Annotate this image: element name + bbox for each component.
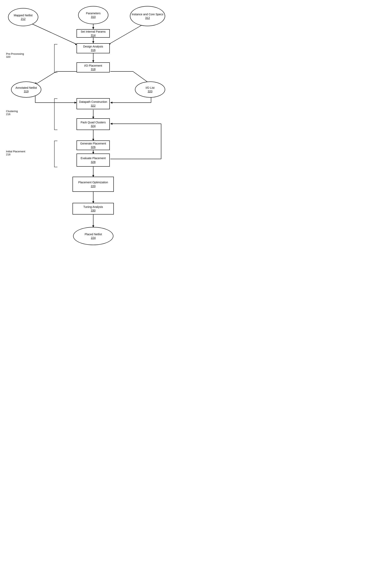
set-internal-params-label: Set Internal Params (81, 30, 106, 33)
svg-marker-21 (110, 102, 112, 104)
generate-placement-label: Generate Placement (80, 142, 106, 145)
annotated-netlist-label: Annotated Netlist (15, 86, 37, 90)
evaluate-placement-number: 328 (91, 160, 96, 164)
datapath-construction-label: Datapath Construction (79, 100, 107, 104)
flowchart-diagram: Mapped Netlist 212 Parameters 310 Instan… (0, 0, 186, 294)
instance-core-specs-label: Instance and Core Specs (132, 12, 163, 16)
generate-placement-number: 326 (91, 145, 96, 149)
annotated-netlist-number: 319 (24, 90, 28, 93)
pack-quad-clusters-node: Pack Quad Clusters 324 (77, 118, 110, 130)
placed-netlist-label: Placed Netlist (85, 232, 102, 236)
design-analysis-node: Design Analysis 316 (77, 43, 110, 53)
svg-marker-18 (75, 102, 77, 104)
instance-core-specs-number: 312 (145, 16, 150, 20)
svg-marker-7 (92, 41, 94, 43)
design-analysis-label: Design Analysis (83, 45, 103, 48)
clustering-label: Clustering 216 (6, 110, 18, 116)
datapath-construction-number: 322 (91, 104, 96, 107)
placed-netlist-node: Placed Netlist 224 (73, 227, 113, 245)
mapped-netlist-number: 212 (21, 17, 25, 21)
initial-placement-label: Initial Placement 218 (6, 150, 25, 156)
svg-line-11 (35, 72, 56, 84)
io-placement-label: I/O Placement (84, 64, 102, 67)
parameters-number: 310 (91, 15, 96, 19)
placement-optimization-label: Placement Optimization (78, 180, 108, 184)
svg-marker-9 (92, 60, 94, 62)
evaluate-placement-label: Evaluate Placement (81, 156, 106, 160)
svg-marker-1 (92, 27, 94, 29)
annotated-netlist-node: Annotated Netlist 319 (11, 82, 41, 98)
tuning-analysis-node: Tuning Analysis 330 (73, 203, 114, 214)
io-placement-number: 318 (91, 67, 96, 71)
pack-quad-clusters-number: 324 (91, 124, 96, 128)
tuning-analysis-number: 330 (91, 209, 96, 212)
generate-placement-node: Generate Placement 326 (77, 140, 110, 150)
evaluate-placement-node: Evaluate Placement 328 (77, 154, 110, 167)
placed-netlist-number: 224 (91, 236, 96, 240)
svg-marker-29 (110, 123, 112, 125)
set-internal-params-node: Set Internal Params 314 (77, 29, 110, 38)
svg-marker-3 (75, 43, 77, 45)
instance-core-specs-node: Instance and Core Specs 312 (130, 6, 165, 26)
datapath-construction-node: Datapath Construction 322 (77, 98, 110, 109)
svg-line-2 (28, 22, 77, 44)
placement-optimization-number: 220 (91, 184, 96, 188)
tuning-analysis-label: Tuning Analysis (83, 205, 103, 209)
io-list-number: 320 (148, 90, 152, 93)
io-placement-node: I/O Placement 318 (77, 62, 110, 73)
io-list-node: I/O List 320 (135, 82, 165, 98)
set-internal-params-number: 314 (91, 33, 96, 37)
parameters-node: Parameters 310 (78, 6, 108, 24)
pre-processing-label: Pre-Processing 320 (6, 52, 24, 58)
io-list-label: I/O List (146, 86, 154, 90)
mapped-netlist-node: Mapped Netlist 212 (8, 8, 38, 26)
mapped-netlist-label: Mapped Netlist (14, 13, 33, 17)
pack-quad-clusters-label: Pack Quad Clusters (81, 121, 106, 124)
placement-optimization-node: Placement Optimization 220 (73, 177, 114, 192)
design-analysis-number: 316 (91, 48, 96, 52)
parameters-label: Parameters (86, 11, 100, 15)
